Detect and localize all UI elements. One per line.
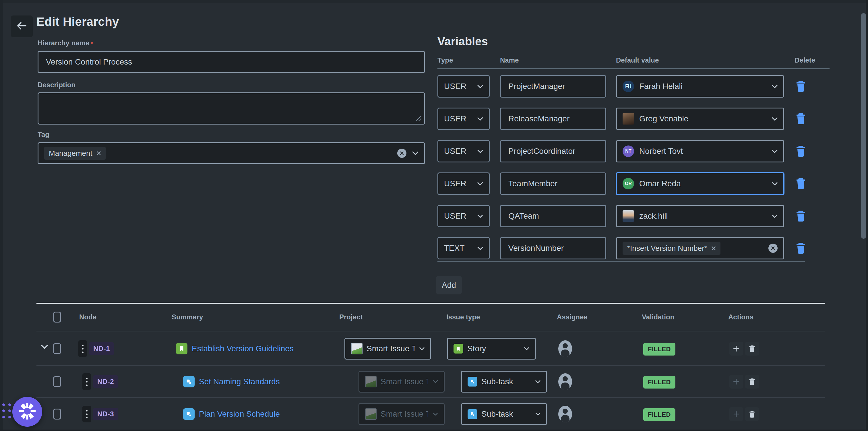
variables-title: Variables [437,35,488,48]
assignee-avatar-icon[interactable] [558,406,572,422]
clear-value-icon[interactable] [768,244,778,253]
table-row: ND-2 Set Naming Standards Smart Issue T … [0,366,868,398]
variable-name-input[interactable] [500,75,606,98]
summary-link[interactable]: Plan Version Schedule [199,409,280,419]
user-avatar: NT [623,146,634,157]
variable-type-select[interactable]: USER [437,75,490,98]
user-avatar: FH [623,81,634,92]
delete-variable-button[interactable] [796,242,806,254]
chevron-down-icon [477,182,483,186]
story-icon [454,344,463,353]
project-select[interactable]: Smart Issue T [344,338,431,360]
clear-tags-icon[interactable] [397,149,406,158]
description-label: Description [38,81,75,89]
node-badge: ND-3 [93,408,118,420]
col-name: Name [500,56,519,64]
variable-default-user-select[interactable]: FH Farah Helali [616,75,784,98]
node-badge: ND-2 [93,375,118,388]
drag-handle[interactable] [79,340,87,357]
drag-handle[interactable] [82,373,91,390]
project-avatar [351,343,363,355]
variable-name-input[interactable] [500,237,606,259]
summary-link[interactable]: Establish Version Guidelines [192,344,293,353]
description-textarea[interactable] [38,92,425,125]
row-checkbox[interactable] [53,343,61,354]
chevron-down-icon [477,85,483,88]
row-checkbox[interactable] [53,409,61,420]
col-type: Type [437,56,453,64]
chevron-down-icon [524,347,529,350]
chevron-down-icon [420,347,425,350]
table-header-row: Node Summary Project Issue type Assignee… [36,303,825,331]
edit-hierarchy-page: Edit Hierarchy Hierarchy name* Descripti… [0,0,868,431]
delete-variable-button[interactable] [796,80,806,92]
arrow-left-icon [17,21,27,32]
validation-badge: FILLED [643,408,675,421]
delete-variable-button[interactable] [796,112,806,125]
delete-row-button[interactable] [745,407,759,421]
variable-name-input[interactable] [500,205,606,227]
add-variable-button[interactable]: Add [436,276,462,295]
summary-link[interactable]: Set Naming Standards [199,377,280,386]
tag-select[interactable]: Management [38,142,425,164]
variable-type-select[interactable]: USER [437,173,490,195]
assignee-avatar-icon[interactable] [558,340,572,357]
variable-name-input[interactable] [500,173,606,195]
scrollbar-thumb[interactable] [861,13,866,239]
fab-drag-handle[interactable] [2,403,12,420]
col-assignee: Assignee [557,313,588,321]
variables-footer-divider [437,261,805,262]
variable-default-user-select-focused[interactable]: OR Omar Reda [616,173,784,195]
required-asterisk: * [91,41,93,46]
select-all-checkbox[interactable] [53,312,61,322]
col-delete: Delete [795,56,815,64]
project-avatar [365,376,377,388]
back-button[interactable] [11,16,33,37]
variable-default-user-select[interactable]: NT Norbert Tovt [616,140,784,162]
delete-row-button[interactable] [745,375,759,389]
col-summary: Summary [172,313,203,321]
delete-variable-button[interactable] [796,145,806,157]
variable-default-user-select[interactable]: zack.hill [616,205,784,227]
variables-header-divider [437,68,830,69]
user-avatar-photo [623,113,634,125]
variable-type-select[interactable]: USER [437,107,490,130]
delete-row-button[interactable] [745,342,759,356]
add-child-button[interactable] [730,342,743,356]
issue-type-select[interactable]: Sub-task [461,371,547,393]
chevron-down-icon [535,412,540,416]
variable-name-input[interactable] [500,140,606,162]
collapse-chevron-icon[interactable] [41,345,48,350]
chip-remove-icon[interactable] [96,151,101,156]
chevron-down-icon[interactable] [412,151,418,155]
chevron-down-icon [433,380,438,383]
assignee-avatar-icon[interactable] [558,373,572,390]
project-avatar [365,408,377,420]
window-top-edge [0,0,868,3]
assistant-fab-button[interactable] [12,397,42,427]
col-default: Default value [616,56,659,64]
textarea-resize-handle[interactable] [416,116,422,121]
default-value-chip: *Insert Version Number* [623,242,720,255]
subtask-icon [468,377,477,387]
variable-type-select[interactable]: TEXT [437,237,490,259]
variable-default-text-select[interactable]: *Insert Version Number* [616,237,784,259]
issue-type-select[interactable]: Story [447,338,536,360]
variable-default-user-select[interactable]: Greg Venable [616,107,784,130]
drag-handle[interactable] [82,406,91,422]
hierarchy-name-label: Hierarchy name* [38,39,93,47]
row-checkbox[interactable] [53,376,61,387]
variable-type-select[interactable]: USER [437,140,490,162]
validation-badge: FILLED [643,376,675,389]
chevron-down-icon [772,85,778,88]
hierarchy-name-input[interactable] [38,51,425,73]
chip-remove-icon[interactable] [711,246,716,250]
variable-type-select[interactable]: USER [437,205,490,227]
delete-variable-button[interactable] [796,177,806,190]
variable-name-input[interactable] [500,107,606,130]
chevron-down-icon [477,246,483,250]
issue-type-select[interactable]: Sub-task [461,403,547,425]
window-bottom-edge [0,430,868,431]
delete-variable-button[interactable] [796,210,806,222]
chevron-down-icon [477,117,483,121]
